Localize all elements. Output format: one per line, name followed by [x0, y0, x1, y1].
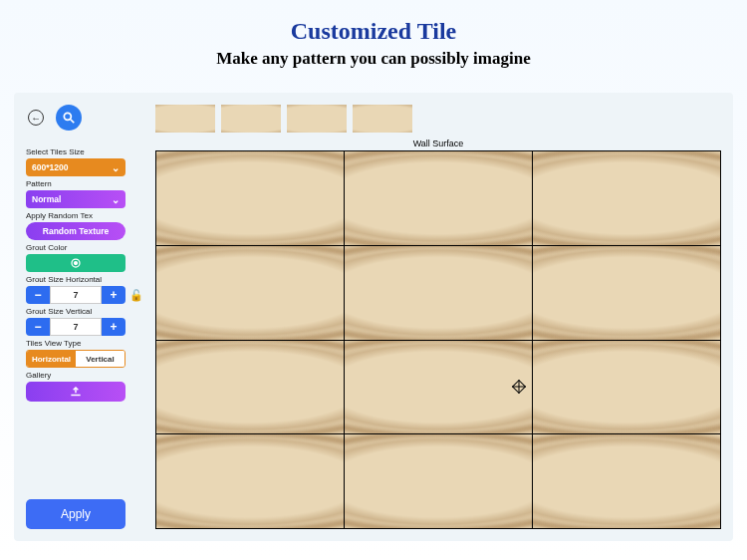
random-texture-button[interactable]: Random Texture	[26, 222, 125, 240]
pattern-value: Normal	[32, 194, 61, 204]
page-subtitle: Make any pattern you can possibly imagin…	[0, 49, 747, 69]
pattern-select[interactable]: Normal ⌄	[26, 190, 125, 208]
tile-thumb[interactable]	[287, 105, 347, 133]
gallery-upload-button[interactable]	[26, 382, 125, 402]
svg-point-0	[64, 113, 71, 120]
upload-icon	[69, 386, 83, 398]
tiles-size-select[interactable]: 600*1200 ⌄	[26, 158, 125, 176]
grid-tile[interactable]	[345, 151, 532, 245]
tiles-size-label: Select Tiles Size	[26, 147, 145, 156]
tile-thumb[interactable]	[155, 105, 215, 133]
search-icon	[62, 111, 76, 125]
random-tex-label: Apply Random Tex	[26, 211, 145, 220]
view-horizontal-button[interactable]: Horizontal	[27, 351, 76, 367]
grid-tile[interactable]	[156, 151, 344, 245]
back-button[interactable]: ←	[28, 110, 44, 126]
svg-line-1	[71, 120, 75, 124]
arrow-left-icon: ←	[31, 113, 41, 124]
grid-tile[interactable]	[345, 434, 532, 528]
crosshair-icon	[512, 380, 526, 394]
svg-point-3	[75, 262, 78, 265]
gallery-label: Gallery	[26, 371, 145, 380]
grout-v-minus-button[interactable]: −	[26, 318, 50, 336]
grid-tile[interactable]	[533, 246, 720, 340]
lock-icon[interactable]: 🔓	[129, 289, 143, 302]
tile-thumb[interactable]	[353, 105, 412, 133]
page-title: Customized Tile	[0, 18, 747, 45]
grout-h-plus-button[interactable]: +	[102, 286, 125, 304]
app-panel: ← Select Tiles Size 600*1200 ⌄ Pattern N…	[14, 93, 733, 541]
grid-tile[interactable]	[156, 341, 344, 434]
grid-tile[interactable]	[345, 246, 532, 340]
grid-tile[interactable]	[156, 434, 344, 528]
search-button[interactable]	[56, 105, 82, 131]
grout-h-minus-button[interactable]: −	[26, 286, 50, 304]
color-picker-icon	[70, 257, 82, 269]
chevron-down-icon: ⌄	[112, 162, 120, 173]
grid-tile[interactable]	[533, 434, 720, 528]
grid-tile[interactable]	[533, 151, 720, 245]
grid-tile[interactable]	[156, 246, 344, 340]
view-vertical-button[interactable]: Vertical	[76, 351, 124, 367]
grout-v-plus-button[interactable]: +	[102, 318, 125, 336]
pattern-label: Pattern	[26, 179, 145, 188]
surface-label: Wall Surface	[155, 139, 721, 148]
grout-v-value: 7	[50, 318, 102, 336]
grout-color-label: Grout Color	[26, 243, 145, 252]
grid-tile[interactable]	[533, 341, 720, 434]
chevron-down-icon: ⌄	[112, 194, 120, 205]
grout-h-value: 7	[50, 286, 102, 304]
grout-h-label: Grout Size Horizontal	[26, 275, 145, 284]
grid-tile[interactable]	[345, 341, 532, 434]
tile-grid[interactable]	[155, 150, 721, 529]
grout-h-stepper: − 7 +	[26, 286, 125, 304]
main-area: Wall Surface	[155, 105, 721, 529]
tile-thumb[interactable]	[221, 105, 281, 133]
tile-thumbnails	[155, 105, 721, 133]
view-type-segment: Horizontal Vertical	[26, 350, 125, 368]
grout-v-stepper: − 7 +	[26, 318, 125, 336]
sidebar: ← Select Tiles Size 600*1200 ⌄ Pattern N…	[26, 105, 145, 529]
apply-button[interactable]: Apply	[26, 499, 125, 529]
grout-v-label: Grout Size Vertical	[26, 307, 145, 316]
tiles-size-value: 600*1200	[32, 162, 68, 172]
grout-color-button[interactable]	[26, 254, 125, 272]
view-type-label: Tiles View Type	[26, 339, 145, 348]
